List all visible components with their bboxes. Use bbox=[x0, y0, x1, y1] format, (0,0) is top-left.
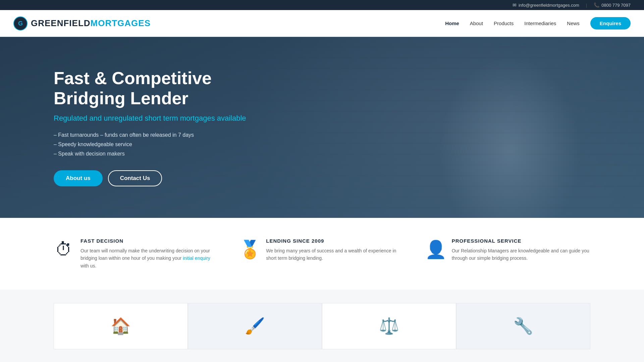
feature-lending: 🏅 LENDING SINCE 2009 We bring many years… bbox=[239, 238, 405, 269]
email-icon: ✉ bbox=[513, 2, 517, 8]
card-residential[interactable]: 🏠 bbox=[54, 303, 188, 349]
feature-lending-body: LENDING SINCE 2009 We bring many years o… bbox=[266, 238, 405, 269]
logo-brand-dark: GREENFIELD bbox=[31, 18, 91, 28]
hero-family-image bbox=[409, 50, 610, 218]
gavel-icon: ⚖️ bbox=[379, 317, 399, 336]
hero-subtitle: Regulated and unregulated short term mor… bbox=[54, 114, 248, 123]
feature-professional-body: PROFESSIONAL SERVICE Our Relationship Ma… bbox=[452, 238, 590, 269]
house-icon: 🏠 bbox=[111, 317, 131, 336]
top-bar: ✉ info@greenfieldmortgages.com | 📞 0800 … bbox=[0, 0, 644, 10]
feature-fast-decision-body: FAST DECISION Our team will normally mak… bbox=[80, 238, 219, 269]
feature-lending-title: LENDING SINCE 2009 bbox=[266, 238, 405, 244]
feature-fast-decision: ⏱ FAST DECISION Our team will normally m… bbox=[54, 238, 219, 269]
logo[interactable]: G GREENFIELDMORTGAGES bbox=[13, 16, 151, 31]
main-nav: Home About Products Intermediaries News … bbox=[445, 17, 631, 29]
clock-icon: ⏱ bbox=[54, 239, 74, 269]
enquires-button[interactable]: Enquires bbox=[590, 17, 631, 29]
nav-home[interactable]: Home bbox=[445, 20, 459, 26]
feature-professional-title: PROFESSIONAL SERVICE bbox=[452, 238, 590, 244]
feature-fast-decision-text: Our team will normally make the underwri… bbox=[80, 247, 219, 269]
email-contact[interactable]: ✉ info@greenfieldmortgages.com bbox=[513, 2, 579, 8]
feature-fast-decision-title: FAST DECISION bbox=[80, 238, 219, 244]
hero-bullet-2: – Speedy knowledgeable service bbox=[54, 141, 248, 147]
svg-text:G: G bbox=[18, 20, 23, 27]
email-address: info@greenfieldmortgages.com bbox=[519, 3, 579, 8]
logo-brand-blue: MORTGAGES bbox=[91, 18, 151, 28]
phone-number: 0800 779 7097 bbox=[601, 3, 631, 8]
nav-intermediaries[interactable]: Intermediaries bbox=[524, 20, 556, 26]
logo-icon: G bbox=[13, 16, 28, 31]
hero-content: Fast & Competitive Bridging Lender Regul… bbox=[0, 68, 302, 186]
hero-bullet-3: – Speak with decision makers bbox=[54, 151, 248, 157]
hero-bullet-1: – Fast turnarounds – funds can often be … bbox=[54, 132, 248, 138]
feature-professional-text: Our Relationship Managers are knowledgea… bbox=[452, 247, 590, 262]
hero-title: Fast & Competitive Bridging Lender bbox=[54, 68, 248, 109]
card-renovation[interactable]: 🖌️ bbox=[188, 303, 322, 349]
hero-bullets: – Fast turnarounds – funds can often be … bbox=[54, 132, 248, 157]
nav-news[interactable]: News bbox=[567, 20, 580, 26]
card-legal[interactable]: ⚖️ bbox=[322, 303, 456, 349]
wrench-icon: 🔧 bbox=[513, 317, 533, 336]
person-icon: 👤 bbox=[425, 239, 445, 269]
contact-us-button[interactable]: Contact Us bbox=[108, 170, 162, 186]
nav-about[interactable]: About bbox=[470, 20, 483, 26]
divider: | bbox=[586, 3, 587, 8]
phone-icon: 📞 bbox=[594, 2, 599, 8]
card-tools[interactable]: 🔧 bbox=[456, 303, 590, 349]
cards-section: 🏠 🖌️ ⚖️ 🔧 bbox=[0, 290, 644, 362]
feature-professional: 👤 PROFESSIONAL SERVICE Our Relationship … bbox=[425, 238, 590, 269]
paint-brush-icon: 🖌️ bbox=[245, 317, 265, 336]
feature-lending-text: We bring many years of success and a wea… bbox=[266, 247, 405, 262]
phone-contact[interactable]: 📞 0800 779 7097 bbox=[594, 2, 631, 8]
award-icon: 🏅 bbox=[239, 239, 259, 269]
nav-products[interactable]: Products bbox=[494, 20, 514, 26]
site-header: G GREENFIELDMORTGAGES Home About Product… bbox=[0, 10, 644, 37]
initial-enquiry-link[interactable]: initial enquiry bbox=[183, 255, 210, 261]
features-section: ⏱ FAST DECISION Our team will normally m… bbox=[0, 218, 644, 290]
hero-section: Fast & Competitive Bridging Lender Regul… bbox=[0, 37, 644, 218]
logo-text: GREENFIELDMORTGAGES bbox=[31, 18, 151, 28]
about-us-button[interactable]: About us bbox=[54, 170, 103, 186]
hero-buttons: About us Contact Us bbox=[54, 170, 248, 186]
